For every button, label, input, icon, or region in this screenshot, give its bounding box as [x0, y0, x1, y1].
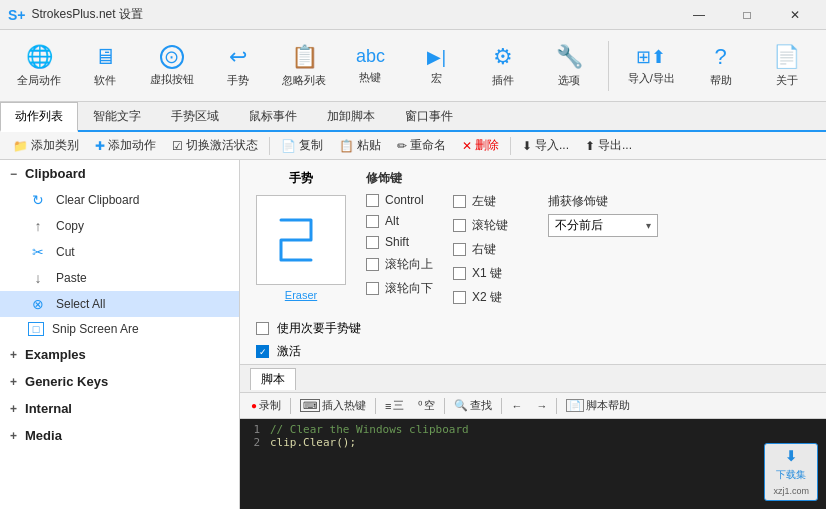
- list-item-copy[interactable]: ↑ Copy: [0, 213, 239, 239]
- list-item-paste[interactable]: ↓ Paste: [0, 265, 239, 291]
- delete-button[interactable]: ✕ 删除: [455, 134, 506, 157]
- import-button[interactable]: ⬇ 导入...: [515, 134, 576, 157]
- media-expand-icon: +: [10, 429, 17, 443]
- gesture-canvas[interactable]: [256, 195, 346, 285]
- tab-window-event[interactable]: 窗口事件: [390, 101, 468, 131]
- group-clipboard-header[interactable]: − Clipboard: [0, 160, 239, 187]
- maximize-button[interactable]: □: [724, 4, 770, 26]
- control-checkbox[interactable]: [366, 194, 379, 207]
- arrow-right-button[interactable]: →: [531, 399, 552, 413]
- global-label: 全局动作: [17, 74, 61, 87]
- paste-item-icon: ↓: [28, 270, 48, 286]
- export-button[interactable]: ⬆ 导出...: [578, 134, 639, 157]
- toolbar-software[interactable]: 🖥 软件: [74, 35, 136, 97]
- cut-icon: ✂: [28, 244, 48, 260]
- toolbar-about[interactable]: 📄 关于: [756, 35, 818, 97]
- tab-unload-script[interactable]: 加卸脚本: [312, 101, 390, 131]
- export-icon: ⬆: [585, 139, 595, 153]
- left-btn-checkbox[interactable]: [453, 195, 466, 208]
- modifier-right-btn: 右键: [453, 241, 508, 258]
- line-number-1: 1: [244, 423, 260, 436]
- add-action-button[interactable]: ✚ 添加动作: [88, 134, 163, 157]
- x1-label: X1 键: [472, 265, 502, 282]
- script-sep5: [556, 398, 557, 414]
- toolbar-global-actions[interactable]: 🌐 全局动作: [8, 35, 70, 97]
- capture-value: 不分前后: [555, 217, 603, 234]
- group-generic-keys-header[interactable]: + Generic Keys: [0, 368, 239, 395]
- use-secondary-item: 使用次要手势键: [256, 320, 810, 337]
- alt-checkbox[interactable]: [366, 215, 379, 228]
- list-item-select-all[interactable]: ⊗ Select All: [0, 291, 239, 317]
- group-examples: + Examples: [0, 341, 239, 368]
- tab-gesture-zone[interactable]: 手势区域: [156, 101, 234, 131]
- rename-button[interactable]: ✏ 重命名: [390, 134, 453, 157]
- global-icon: 🌐: [26, 44, 53, 70]
- modifier-scroll-down: 滚轮向下: [366, 280, 433, 297]
- x1-checkbox[interactable]: [453, 267, 466, 280]
- toolbar-plugin[interactable]: ⚙ 插件: [472, 35, 534, 97]
- toolbar-help[interactable]: ? 帮助: [689, 35, 751, 97]
- capture-dropdown[interactable]: 不分前后 ▾: [548, 214, 658, 237]
- extra-options: 使用次要手势键 ✓ 激活: [240, 316, 826, 364]
- group-internal-header[interactable]: + Internal: [0, 395, 239, 422]
- activate-checkbox[interactable]: ✓: [256, 345, 269, 358]
- toolbar-import-export[interactable]: ⊞⬆ 导入/导出: [617, 35, 685, 97]
- control-label: Control: [385, 193, 424, 207]
- paste-button[interactable]: 📋 粘贴: [332, 134, 388, 157]
- toolbar-virtual-button[interactable]: ⊙ 虚拟按钮: [141, 35, 203, 97]
- ignore-icon: 📋: [291, 44, 318, 70]
- activate-label: 激活: [277, 343, 301, 360]
- format-button[interactable]: ≡ 三: [380, 397, 409, 414]
- script-header: 脚本: [240, 365, 826, 393]
- titlebar-controls: — □ ✕: [676, 4, 818, 26]
- x2-checkbox[interactable]: [453, 291, 466, 304]
- script-tab[interactable]: 脚本: [250, 368, 296, 390]
- hotkey-label: 热键: [359, 71, 381, 84]
- tab-action-list[interactable]: 动作列表: [0, 102, 78, 132]
- add-category-button[interactable]: 📁 添加类别: [6, 134, 86, 157]
- group-examples-header[interactable]: + Examples: [0, 341, 239, 368]
- list-item-cut[interactable]: ✂ Cut: [0, 239, 239, 265]
- toggle-icon: ☑: [172, 139, 183, 153]
- list-item-clear-clipboard[interactable]: ↻ Clear Clipboard: [0, 187, 239, 213]
- toolbar-gesture[interactable]: ↩ 手势: [207, 35, 269, 97]
- shift-label: Shift: [385, 235, 409, 249]
- record-button[interactable]: ● 录制: [246, 397, 286, 414]
- close-button[interactable]: ✕: [772, 4, 818, 26]
- main-content: − Clipboard ↻ Clear Clipboard ↑ Copy ✂ C…: [0, 160, 826, 509]
- group-clipboard: − Clipboard ↻ Clear Clipboard ↑ Copy ✂ C…: [0, 160, 239, 341]
- tab-smart-text[interactable]: 智能文字: [78, 101, 156, 131]
- script-help-button[interactable]: 📄 脚本帮助: [561, 397, 635, 414]
- modifier-x1: X1 键: [453, 265, 508, 282]
- tab-mouse-event[interactable]: 鼠标事件: [234, 101, 312, 131]
- toolbar-options[interactable]: 🔧 选项: [538, 35, 600, 97]
- internal-expand-icon: +: [10, 402, 17, 416]
- import-export-label: 导入/导出: [628, 72, 675, 85]
- right-btn-checkbox[interactable]: [453, 243, 466, 256]
- toolbar-macro[interactable]: ▶| 宏: [406, 35, 468, 97]
- search-button[interactable]: 🔍 查找: [449, 397, 497, 414]
- toolbar-ignore-list[interactable]: 📋 忽略列表: [273, 35, 335, 97]
- gesture-name-label[interactable]: Eraser: [285, 289, 317, 301]
- format2-button[interactable]: ⁰ 空: [413, 397, 440, 414]
- format-icon: ≡: [385, 400, 391, 412]
- use-secondary-checkbox[interactable]: [256, 322, 269, 335]
- toolbar-hotkey[interactable]: abc 热键: [339, 35, 401, 97]
- insert-hotkey-button[interactable]: ⌨ 插入热键: [295, 397, 371, 414]
- minimize-button[interactable]: —: [676, 4, 722, 26]
- search-icon: 🔍: [454, 399, 468, 412]
- scroll-down-checkbox[interactable]: [366, 282, 379, 295]
- add-action-icon: ✚: [95, 139, 105, 153]
- gesture-label: 手势: [227, 74, 249, 87]
- copy-button[interactable]: 📄 复制: [274, 134, 330, 157]
- copy-icon: 📄: [281, 139, 296, 153]
- examples-expand-icon: +: [10, 348, 17, 362]
- right-panel: 手势 Eraser 修饰键 Control: [240, 160, 826, 509]
- arrow-left-button[interactable]: ←: [506, 399, 527, 413]
- shift-checkbox[interactable]: [366, 236, 379, 249]
- list-item-snip-screen[interactable]: □ Snip Screen Are: [0, 317, 239, 341]
- scroll-up-checkbox[interactable]: [366, 258, 379, 271]
- group-media-header[interactable]: + Media: [0, 422, 239, 449]
- scroll-wheel-checkbox[interactable]: [453, 219, 466, 232]
- toggle-active-button[interactable]: ☑ 切换激活状态: [165, 134, 265, 157]
